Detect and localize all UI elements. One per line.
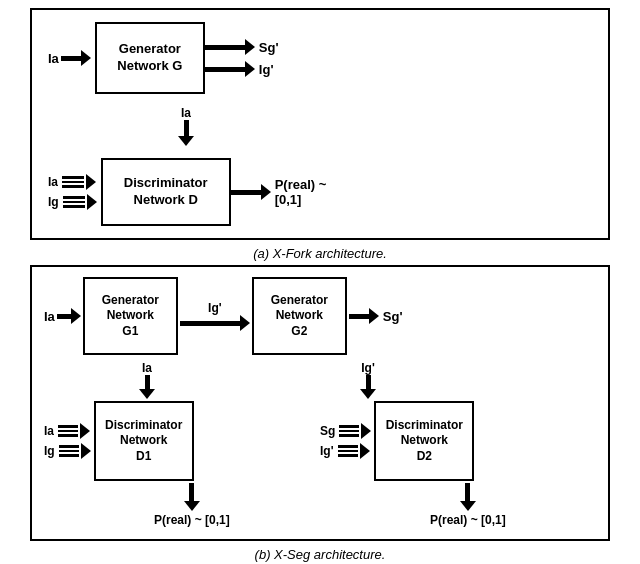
ig-prime-arrow-top <box>205 61 255 77</box>
ig-prime-down-arrow <box>360 375 376 399</box>
main-container: Ia Generator Network G Sg' Ig' <box>0 0 640 564</box>
ia-down-b-arrow <box>139 375 155 399</box>
ia-label-b: Ia <box>44 309 55 324</box>
ia-arrow-b <box>57 308 81 324</box>
top-diagram: Ia Generator Network G Sg' Ig' <box>30 8 610 240</box>
gen-block-top: Generator Network G <box>95 22 205 94</box>
disc1-block: Discriminator Network D1 <box>94 401 194 481</box>
d1-prob-arrow <box>184 483 200 511</box>
sg-prime-label-b: Sg' <box>383 309 403 324</box>
prob2-label: P(real) ~ [0,1] <box>430 513 506 527</box>
ia-down-label: Ia <box>181 106 191 120</box>
sg-prime-arrow-b <box>349 308 379 324</box>
ia-d1-label: Ia <box>44 424 54 438</box>
ig-prime-label-top: Ig' <box>259 62 274 77</box>
ig-prime-down-label: Ig' <box>361 361 375 375</box>
bottom-caption: (b) X-Seg architecture. <box>255 547 386 562</box>
top-caption: (a) X-Fork architecture. <box>253 246 387 261</box>
d2-prob-arrow <box>460 483 476 511</box>
ia-down-b-label: Ia <box>142 361 152 375</box>
ia-down-arrow <box>178 120 194 146</box>
prob-arrow-top <box>231 184 271 200</box>
ia-label-top: Ia <box>48 51 59 66</box>
sg-arrow-top <box>205 39 255 55</box>
ig-disc-label: Ig <box>48 195 59 209</box>
gen2-block: Generator Network G2 <box>252 277 347 355</box>
ig-prime-mid-label: Ig' <box>208 301 222 315</box>
ia-arrow-top <box>61 50 91 66</box>
gen1-block: Generator Network G1 <box>83 277 178 355</box>
sg-d2-label: Sg <box>320 424 335 438</box>
ig-prime-d2-label: Ig' <box>320 444 334 458</box>
disc-block-top: Discriminator Network D <box>101 158 231 226</box>
sg-prime-label: Sg' <box>259 40 279 55</box>
ig-d1-label: Ig <box>44 444 55 458</box>
prob-label-top: P(real) ~ [0,1] <box>275 177 327 207</box>
prob1-label: P(real) ~ [0,1] <box>154 513 230 527</box>
ia-disc-label: Ia <box>48 175 58 189</box>
bottom-diagram: Ia Generator Network G1 Ig' Generator Ne… <box>30 265 610 541</box>
disc2-block: Discriminator Network D2 <box>374 401 474 481</box>
ig-prime-mid-arrow <box>180 315 250 331</box>
